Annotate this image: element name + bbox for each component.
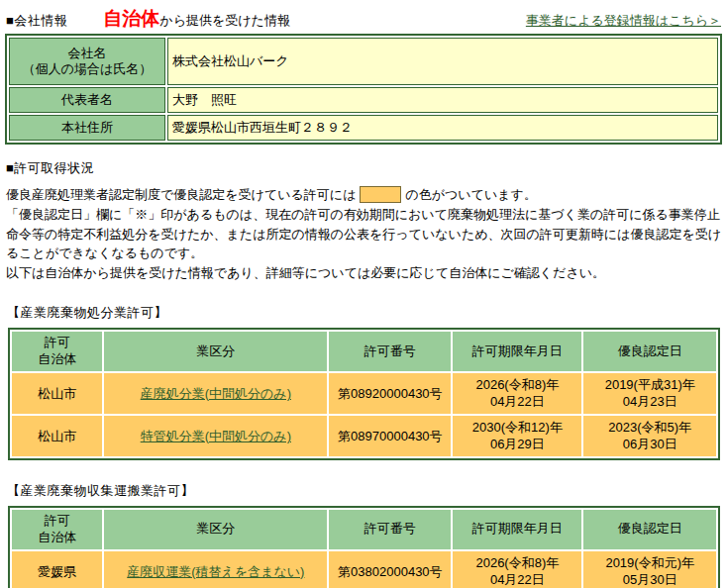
expiry-date-cell: 2026(令和8)年 04月22日 xyxy=(453,551,581,588)
division-cell: 産廃収運業(積替えを含まない) xyxy=(104,551,327,588)
permit-number-cell: 第03802000430号 xyxy=(329,551,451,588)
permit-status-section-title: ■許可取得状況 xyxy=(6,159,722,177)
table-row: 本社住所 愛媛県松山市西垣生町２８９２ xyxy=(9,115,718,141)
table-row: 松山市 特管処分業(中間処分のみ) 第08970000430号 2030(令和1… xyxy=(12,416,716,456)
table-header-row: 許可 自治体 業区分 許可番号 許可期限年月日 優良認定日 xyxy=(12,510,716,549)
transport-permit-table: 許可 自治体 業区分 許可番号 許可期限年月日 優良認定日 愛媛県 産廃収運業(… xyxy=(8,506,720,588)
col-header-permit-number: 許可番号 xyxy=(329,510,451,549)
table-header-row: 許可 自治体 業区分 許可番号 許可期限年月日 優良認定日 xyxy=(12,332,716,371)
expiry-date-cell: 2026(令和8)年 04月22日 xyxy=(453,373,581,414)
note-certified-color: 優良産廃処理業者認定制度で優良認定を受けている許可にはの色がついています。 xyxy=(6,185,721,205)
certified-date-cell: 2023(令和5)年 06月30日 xyxy=(583,416,716,456)
company-info-section-title: ■会社情報 xyxy=(6,12,67,30)
transport-permit-table-title: 【産業廃棄物収集運搬業許可】 xyxy=(7,482,722,500)
certified-date-cell: 2019(令和元)年 05月30日 xyxy=(583,551,716,588)
division-link[interactable]: 特管処分業(中間処分のみ) xyxy=(141,429,291,443)
certified-color-swatch xyxy=(360,186,401,203)
certified-date-cell: 2019(平成31)年 04月23日 xyxy=(583,373,716,414)
division-link[interactable]: 産廃収運業(積替えを含まない) xyxy=(127,564,304,579)
col-header-expiry-date: 許可期限年月日 xyxy=(453,510,581,549)
company-info-table: 会社名 （個人の場合は氏名） 株式会社松山バーク 代表者名 大野 照旺 本社住所… xyxy=(5,34,722,145)
head-office-address-value: 愛媛県松山市西垣生町２８９２ xyxy=(167,115,718,141)
note-asterisk-explanation: 「優良認定日」欄に「※」印があるものは、現在の許可の有効期間において廃棄物処理法… xyxy=(6,205,721,263)
disposal-permit-table: 許可 自治体 業区分 許可番号 許可期限年月日 優良認定日 松山市 産廃処分業(… xyxy=(8,328,720,460)
col-header-permit-number: 許可番号 xyxy=(329,332,451,371)
table-row: 会社名 （個人の場合は氏名） 株式会社松山バーク xyxy=(9,38,718,85)
col-header-municipality: 許可 自治体 xyxy=(12,332,102,371)
col-header-certified-date: 優良認定日 xyxy=(583,510,716,549)
permit-status-notes: 優良産廃処理業者認定制度で優良認定を受けている許可にはの色がついています。 「優… xyxy=(6,185,721,282)
representative-label: 代表者名 xyxy=(9,87,165,113)
division-link[interactable]: 産廃処分業(中間処分のみ) xyxy=(141,386,291,401)
disposal-permit-table-title: 【産業廃棄物処分業許可】 xyxy=(7,304,722,322)
municipality-highlight-text: 自治体 xyxy=(103,9,159,28)
company-name-value: 株式会社松山バーク xyxy=(167,38,718,85)
division-cell: 産廃処分業(中間処分のみ) xyxy=(104,373,327,414)
municipality-cell: 松山市 xyxy=(12,373,102,414)
representative-value: 大野 照旺 xyxy=(167,87,718,113)
note-confirm-with-municipality: 以下は自治体から提供を受けた情報であり、詳細等については必要に応じて自治体にご確… xyxy=(6,263,721,283)
municipality-cell: 松山市 xyxy=(12,416,102,456)
col-header-municipality: 許可 自治体 xyxy=(12,510,102,549)
table-row: 愛媛県 産廃収運業(積替えを含まない) 第03802000430号 2026(令… xyxy=(12,551,716,588)
col-header-division: 業区分 xyxy=(104,332,327,371)
table-row: 松山市 産廃処分業(中間処分のみ) 第08920000430号 2026(令和8… xyxy=(12,373,716,414)
col-header-certified-date: 優良認定日 xyxy=(583,332,716,371)
company-name-label: 会社名 （個人の場合は氏名） xyxy=(9,38,165,85)
operator-registration-link[interactable]: 事業者による登録情報はこちら＞ xyxy=(526,12,721,30)
division-cell: 特管処分業(中間処分のみ) xyxy=(104,416,327,456)
header-subtitle: から提供を受けた情報 xyxy=(159,12,290,30)
municipality-cell: 愛媛県 xyxy=(12,551,102,588)
col-header-expiry-date: 許可期限年月日 xyxy=(453,332,581,371)
table-row: 代表者名 大野 照旺 xyxy=(9,87,718,113)
col-header-division: 業区分 xyxy=(104,510,327,549)
page-header: ■会社情報 自治体 から提供を受けた情報 事業者による登録情報はこちら＞ xyxy=(6,9,721,30)
page-container: ■会社情報 自治体 から提供を受けた情報 事業者による登録情報はこちら＞ 会社名… xyxy=(0,0,727,588)
permit-number-cell: 第08970000430号 xyxy=(329,416,451,456)
expiry-date-cell: 2030(令和12)年 06月29日 xyxy=(453,416,581,456)
permit-number-cell: 第08920000430号 xyxy=(329,373,451,414)
head-office-address-label: 本社住所 xyxy=(9,115,165,141)
